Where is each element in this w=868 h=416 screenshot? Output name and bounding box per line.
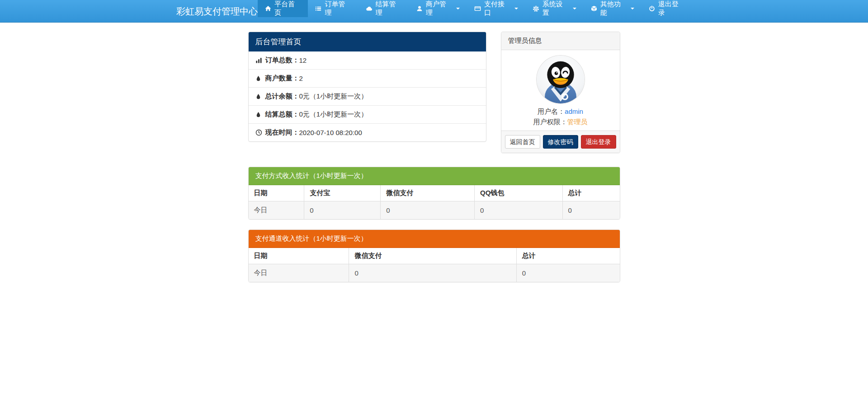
caret-down-icon [456,8,460,9]
gear-icon [533,5,539,12]
nav-item-label: 支付接口 [484,0,510,17]
caret-down-icon [631,8,634,9]
income-by-channel-panel: 支付通道收入统计（1小时更新一次） 日期 微信支付 总计 今日 0 0 [248,229,620,282]
dashboard-panel: 后台管理首页 订单总数：12 商户数量：2 [248,32,486,142]
income-by-channel-table: 日期 微信支付 总计 今日 0 0 [249,248,620,282]
table-row: 今日 0 0 0 0 [249,201,620,220]
column-header: 微信支付 [349,248,516,264]
nav-item-settlement[interactable]: 结算管理 [359,0,409,17]
role-line: 用户权限：管理员 [508,117,613,127]
logout-button[interactable]: 退出登录 [581,135,616,149]
admin-panel-title: 管理员信息 [501,32,620,50]
stat-current-time: 现在时间： 2020-07-10 08:20:00 [249,123,486,141]
stat-settlement-total: 结算总额：0元（1小时更新一次） [249,105,486,123]
stat-value: 0元（1小时更新一次） [299,110,368,119]
income-by-method-table: 日期 支付宝 微信支付 QQ钱包 总计 今日 0 0 0 0 [249,185,620,219]
stat-order-total: 订单总数：12 [249,51,486,69]
column-header: 日期 [249,248,349,264]
cell-wechat: 0 [381,201,475,220]
cube-icon [591,5,597,12]
column-header: 总计 [562,185,619,201]
droplet-icon [255,111,265,118]
column-header: 支付宝 [304,185,381,201]
stat-value: 2020-07-10 08:20:00 [299,129,362,136]
income-by-method-title: 支付方式收入统计（1小时更新一次） [249,167,620,185]
cell-total: 0 [516,264,619,282]
cell-qq-wallet: 0 [474,201,562,220]
stat-value: 0元（1小时更新一次） [299,92,368,101]
cell-wechat: 0 [349,264,516,282]
nav-item-logout[interactable]: 退出登录 [642,0,692,17]
admin-info-panel: 管理员信息 [501,32,620,153]
column-header: 微信支付 [381,185,475,201]
nav-item-label: 退出登录 [658,0,684,17]
cell-date: 今日 [249,201,304,220]
power-icon [649,5,655,12]
clock-icon [255,129,265,136]
role-label: 用户权限： [533,118,567,126]
column-header: 总计 [516,248,619,264]
nav-item-pay-api[interactable]: 支付接口 [467,0,525,17]
nav-item-home[interactable]: 平台首页 [258,0,308,17]
income-by-method-panel: 支付方式收入统计（1小时更新一次） 日期 支付宝 微信支付 QQ钱包 总计 今日… [248,167,620,220]
stat-value: 12 [299,56,307,64]
top-navbar: 彩虹易支付管理中心 平台首页 订单管理 结算管理 [0,0,868,23]
cloud-icon [366,5,373,12]
role-value: 管理员 [567,118,588,126]
nav-item-label: 结算管理 [376,0,402,17]
qq-penguin-avatar [537,56,585,103]
nav-item-other-functions[interactable]: 其他功能 [584,0,642,17]
stat-merchant-count: 商户数量：2 [249,69,486,87]
cell-date: 今日 [249,264,349,282]
droplet-icon [255,93,265,100]
nav-item-label: 订单管理 [325,0,351,17]
user-icon [416,5,423,12]
dashboard-panel-title: 后台管理首页 [249,32,486,51]
caret-down-icon [573,8,576,9]
table-row: 今日 0 0 [249,264,620,282]
cell-alipay: 0 [304,201,381,220]
username-label: 用户名： [538,108,565,115]
stat-value: 2 [299,75,303,82]
table-header-row: 日期 微信支付 总计 [249,248,620,264]
nav-item-label: 平台首页 [274,0,301,17]
nav-item-label: 其他功能 [600,0,627,17]
nav-item-orders[interactable]: 订单管理 [308,0,358,17]
droplet-icon [255,75,265,82]
home-icon [265,5,271,12]
username-line: 用户名：admin [508,106,613,117]
nav-item-merchants[interactable]: 商户管理 [409,0,467,17]
nav-item-label: 系统设置 [542,0,569,17]
nav-item-label: 商户管理 [426,0,452,17]
username-value: admin [565,108,583,115]
column-header: 日期 [249,185,304,201]
admin-panel-footer: 返回首页 修改密码 退出登录 [501,131,620,153]
app-title: 彩虹易支付管理中心 [176,0,258,22]
column-header: QQ钱包 [474,185,562,201]
main-content: 后台管理首页 订单总数：12 商户数量：2 [248,32,620,282]
stat-total-balance: 总计余额：0元（1小时更新一次） [249,87,486,105]
change-password-button[interactable]: 修改密码 [543,135,578,149]
back-home-button[interactable]: 返回首页 [505,135,540,149]
caret-down-icon [514,8,518,9]
cell-total: 0 [562,201,619,220]
stat-list: 订单总数：12 商户数量：2 总计余额：0元（1小时更新一次） [249,51,486,141]
table-header-row: 日期 支付宝 微信支付 QQ钱包 总计 [249,185,620,201]
income-by-channel-title: 支付通道收入统计（1小时更新一次） [249,230,620,248]
main-nav: 平台首页 订单管理 结算管理 商户管理 [258,0,692,22]
bar-chart-icon [255,57,265,64]
nav-item-system-settings[interactable]: 系统设置 [525,0,584,17]
credit-card-icon [474,5,481,12]
list-icon [315,5,321,12]
